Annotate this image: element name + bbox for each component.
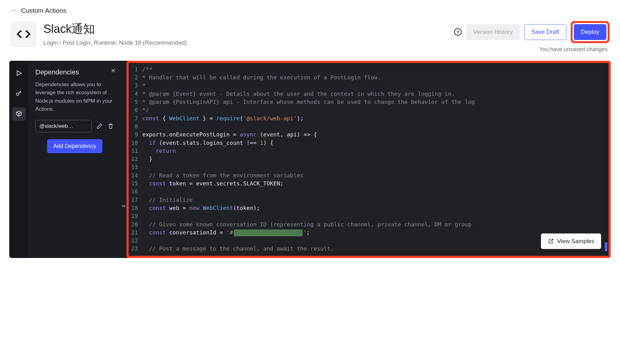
line-number: 13: [131, 163, 138, 171]
code-line[interactable]: * Handler that will be called during the…: [142, 73, 609, 82]
line-number: 4: [131, 90, 138, 98]
line-number: 23: [131, 245, 138, 253]
line-number: 17: [131, 196, 138, 204]
code-line[interactable]: * @param {Event} event - Details about t…: [142, 90, 609, 98]
save-draft-button[interactable]: Save Draft: [524, 24, 566, 40]
code-line[interactable]: exports.onExecutePostLogin = async (even…: [142, 131, 609, 139]
code-line[interactable]: // Initialize: [142, 196, 609, 204]
help-icon[interactable]: ?: [454, 28, 462, 36]
line-number: 15: [131, 180, 138, 188]
line-number: 14: [131, 171, 138, 180]
page-title: Slack通知: [43, 21, 454, 37]
panel-resizer[interactable]: ⇔: [121, 61, 126, 258]
code-line[interactable]: [142, 122, 609, 131]
line-number: 22: [131, 237, 138, 245]
unsaved-changes-note: You have unsaved changes: [539, 46, 608, 53]
line-number: 7: [131, 114, 138, 122]
tool-dependencies[interactable]: [12, 107, 26, 121]
code-line[interactable]: [142, 163, 609, 171]
line-number: 16: [131, 188, 138, 196]
svg-point-0: [16, 93, 19, 95]
line-number: 11: [131, 147, 138, 155]
code-line[interactable]: // Given some known conversation ID (rep…: [142, 220, 609, 229]
code-line[interactable]: *: [142, 82, 609, 90]
deploy-highlight: Deploy: [571, 21, 609, 43]
code-line[interactable]: [142, 212, 609, 220]
line-number: 8: [131, 122, 138, 131]
code-line[interactable]: */: [142, 106, 609, 114]
delete-dependency-icon[interactable]: [107, 123, 114, 130]
tool-run[interactable]: [12, 66, 26, 80]
editor-highlight: 1234567891011121314151617181920212223 /*…: [126, 61, 611, 258]
line-number: 3: [131, 82, 138, 90]
editor-scroll-indicator[interactable]: [605, 242, 607, 251]
line-number: 6: [131, 106, 138, 114]
line-number: 12: [131, 155, 138, 163]
line-number: 19: [131, 212, 138, 220]
code-line[interactable]: if (event.stats.logins_count !== 1) {: [142, 139, 609, 147]
code-line[interactable]: return: [142, 147, 609, 155]
line-number: 9: [131, 131, 138, 139]
code-line[interactable]: [142, 188, 609, 196]
resizer-grip-icon: ⇔: [122, 203, 126, 209]
panel-description: Dependencies allows you to leverage the …: [35, 81, 114, 113]
view-samples-button[interactable]: View Samples: [541, 233, 601, 249]
code-line[interactable]: const { WebClient } = require('@slack/we…: [142, 114, 609, 122]
code-editor[interactable]: 1234567891011121314151617181920212223 /*…: [129, 63, 609, 256]
code-line[interactable]: const token = event.secrets.SLACK_TOKEN;: [142, 180, 609, 188]
external-link-icon: [548, 238, 554, 244]
action-type-icon: [11, 21, 37, 47]
code-line[interactable]: [142, 237, 609, 245]
line-number: 5: [131, 98, 138, 106]
code-line[interactable]: const web = new WebClient(token);: [142, 204, 609, 212]
deploy-button[interactable]: Deploy: [574, 24, 606, 40]
view-samples-label: View Samples: [557, 238, 594, 245]
code-line[interactable]: // Read a token from the environment var…: [142, 171, 609, 180]
line-number: 1: [131, 65, 138, 73]
add-dependency-button[interactable]: Add Dependency: [47, 139, 102, 153]
back-arrow-icon[interactable]: ←: [11, 7, 17, 14]
line-number: 2: [131, 73, 138, 82]
breadcrumb-label[interactable]: Custom Actions: [21, 7, 66, 14]
tool-secrets[interactable]: [12, 87, 26, 100]
code-line[interactable]: // Post a message to the channel, and aw…: [142, 245, 609, 253]
edit-dependency-icon[interactable]: [96, 123, 103, 130]
line-number: 20: [131, 220, 138, 229]
line-number: 10: [131, 139, 138, 147]
line-number: 18: [131, 204, 138, 212]
code-line[interactable]: }: [142, 155, 609, 163]
version-history-button[interactable]: Version History: [466, 24, 520, 40]
code-line[interactable]: * @param {PostLoginAPI} api - Interface …: [142, 98, 609, 106]
code-line[interactable]: /**: [142, 65, 609, 73]
line-number: 21: [131, 229, 138, 237]
page-subtitle: Login / Post Login, Runtime: Node 18 (Re…: [43, 39, 454, 46]
panel-title: Dependencies: [35, 68, 114, 76]
code-line[interactable]: const conversationId = '#';: [142, 229, 609, 237]
close-panel-icon[interactable]: ✕: [111, 67, 116, 74]
dependency-chip[interactable]: @slack/web…: [35, 120, 92, 132]
